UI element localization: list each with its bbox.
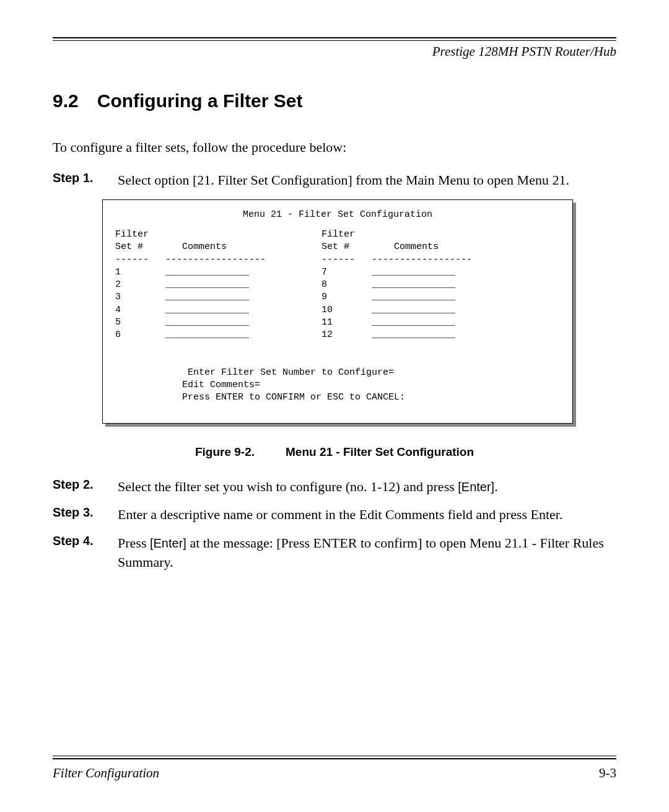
figure-caption: Figure 9-2.Menu 21 - Filter Set Configur… bbox=[53, 445, 616, 459]
footer-rule-thick bbox=[53, 758, 616, 759]
terminal-row-5: 5 _______________ 11 _______________ bbox=[115, 317, 455, 328]
terminal-screenshot: Menu 21 - Filter Set ConfigurationFilter… bbox=[102, 199, 573, 424]
terminal-row-3: 3 _______________ 9 _______________ bbox=[115, 292, 455, 302]
step-1-text: Select option [21. Filter Set Configurat… bbox=[118, 171, 616, 190]
running-header: Prestige 128MH PSTN Router/Hub bbox=[53, 44, 616, 59]
footer-rule-thin bbox=[53, 756, 616, 756]
step-2-text: Select the filter set you wish to config… bbox=[118, 478, 616, 497]
section-number: 9.2 bbox=[53, 90, 79, 111]
terminal-row-4: 4 _______________ 10 _______________ bbox=[115, 305, 455, 315]
step-1: Step 1. Select option [21. Filter Set Co… bbox=[53, 171, 616, 190]
terminal-prompt-3: Press ENTER to CONFIRM or ESC to CANCEL: bbox=[115, 392, 405, 403]
terminal-title: Menu 21 - Filter Set Configuration bbox=[115, 209, 560, 221]
step-2-suffix: . bbox=[494, 479, 498, 494]
figure-title: Menu 21 - Filter Set Configuration bbox=[286, 445, 474, 458]
step-2-prefix: Select the filter set you wish to config… bbox=[118, 479, 458, 494]
terminal-prompt-1: Enter Filter Set Number to Configure= bbox=[115, 367, 394, 378]
terminal-row-6: 6 _______________ 12 _______________ bbox=[115, 330, 455, 340]
step-2: Step 2. Select the filter set you wish t… bbox=[53, 478, 616, 497]
step-4-text: Press [Enter] at the message: [Press ENT… bbox=[118, 534, 616, 572]
terminal-header-row: Filter Filter Set # Comments Set # Comme… bbox=[115, 229, 472, 265]
step-4-label: Step 4. bbox=[53, 534, 118, 548]
step-4: Step 4. Press [Enter] at the message: [P… bbox=[53, 534, 616, 572]
terminal-row-2: 2 _______________ 8 _______________ bbox=[115, 279, 455, 290]
header-rule-thin bbox=[53, 40, 616, 41]
page-footer: Filter Configuration 9-3 bbox=[53, 756, 616, 781]
step-1-label: Step 1. bbox=[53, 171, 118, 185]
terminal-content: Menu 21 - Filter Set ConfigurationFilter… bbox=[102, 199, 573, 424]
step-3-text: Enter a descriptive name or comment in t… bbox=[118, 505, 616, 525]
step-4-prefix: Press bbox=[118, 535, 150, 551]
enter-key: [Enter] bbox=[458, 480, 494, 494]
footer-section-name: Filter Configuration bbox=[53, 766, 159, 781]
header-rule-thick bbox=[53, 37, 616, 38]
terminal-prompt-2: Edit Comments= bbox=[115, 380, 260, 390]
step-4-suffix: at the message: [Press ENTER to confirm]… bbox=[118, 535, 604, 570]
step-3: Step 3. Enter a descriptive name or comm… bbox=[53, 505, 616, 525]
terminal-row-1: 1 _______________ 7 _______________ bbox=[115, 267, 455, 277]
step-3-label: Step 3. bbox=[53, 505, 118, 520]
footer-text-row: Filter Configuration 9-3 bbox=[53, 766, 616, 781]
intro-paragraph: To configure a filter sets, follow the p… bbox=[53, 139, 616, 155]
section-title: Configuring a Filter Set bbox=[97, 90, 303, 111]
footer-page-number: 9-3 bbox=[599, 766, 616, 781]
figure-number: Figure 9-2. bbox=[195, 445, 255, 458]
enter-key-2: [Enter] bbox=[150, 536, 186, 550]
section-heading: 9.2Configuring a Filter Set bbox=[53, 90, 616, 111]
step-2-label: Step 2. bbox=[53, 478, 118, 492]
